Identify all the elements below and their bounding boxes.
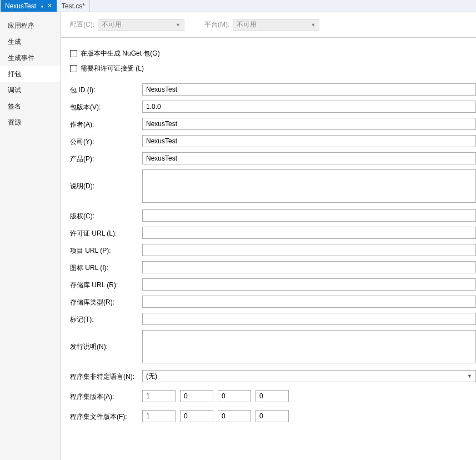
file-version-build[interactable] xyxy=(218,410,251,422)
sidebar-item-resources[interactable]: 资源 xyxy=(0,114,61,131)
pin-icon[interactable]: ⬥ xyxy=(41,3,44,9)
input-license-url[interactable] xyxy=(142,227,476,239)
checkbox-require-license-row: 需要和许可证接受 (L) xyxy=(70,64,476,73)
asm-version-major[interactable] xyxy=(142,390,176,402)
input-package-id[interactable] xyxy=(142,83,476,96)
chevron-down-icon: ▼ xyxy=(310,22,315,28)
label-file-version: 程序集文件版本(F): xyxy=(70,410,142,422)
tab-nexustest[interactable]: NexusTest ⬥ ✕ xyxy=(1,0,57,12)
input-product[interactable] xyxy=(142,152,476,164)
config-toolbar: 配置(C): 不可用 ▼ 平台(M): 不可用 ▼ xyxy=(61,12,476,38)
platform-label: 平台(M): xyxy=(204,20,229,29)
checkbox-label: 在版本中生成 NuGet 包(G) xyxy=(81,49,160,58)
input-tags[interactable] xyxy=(142,313,476,325)
project-properties-window: NexusTest ⬥ ✕ Test.cs* 应用程序 生成 生成事件 打包 调… xyxy=(0,0,476,460)
label-package-id: 包 ID (I): xyxy=(70,83,142,95)
label-product: 产品(P): xyxy=(70,152,142,164)
label-repo-url: 存储库 URL (R): xyxy=(70,278,142,290)
properties-sidebar: 应用程序 生成 生成事件 打包 调试 签名 资源 xyxy=(0,12,61,460)
label-neutral-lang: 程序集非特定语言(N): xyxy=(70,370,142,382)
sidebar-item-debug[interactable]: 调试 xyxy=(0,82,61,98)
sidebar-item-build[interactable]: 生成 xyxy=(0,34,61,50)
document-tabs: NexusTest ⬥ ✕ Test.cs* xyxy=(0,0,476,12)
input-package-version[interactable] xyxy=(142,101,476,113)
tab-label: Test.cs* xyxy=(62,2,85,10)
platform-combo: 不可用 ▼ xyxy=(233,19,319,31)
sidebar-item-application[interactable]: 应用程序 xyxy=(0,18,61,34)
input-repo-url[interactable] xyxy=(142,278,476,291)
label-package-version: 包版本(V): xyxy=(70,101,142,112)
sidebar-item-package[interactable]: 打包 xyxy=(0,66,61,82)
label-company: 公司(Y): xyxy=(70,135,142,147)
body: 应用程序 生成 生成事件 打包 调试 签名 资源 配置(C): 不可用 ▼ 平台… xyxy=(0,12,476,460)
combo-value: (无) xyxy=(146,372,157,381)
checkbox-generate-nuget-row: 在版本中生成 NuGet 包(G) xyxy=(70,49,476,58)
chevron-down-icon: ▼ xyxy=(467,373,472,379)
input-repo-type[interactable] xyxy=(142,296,476,308)
tab-label: NexusTest xyxy=(5,2,36,10)
label-release-notes: 发行说明(N): xyxy=(70,330,142,352)
label-license-url: 许可证 URL (L): xyxy=(70,227,142,238)
label-tags: 标记(T): xyxy=(70,313,142,324)
config-label: 配置(C): xyxy=(70,20,94,29)
input-project-url[interactable] xyxy=(142,244,476,256)
input-author[interactable] xyxy=(142,118,476,130)
file-version-minor[interactable] xyxy=(180,410,213,422)
file-version-major[interactable] xyxy=(142,410,176,422)
input-icon-url[interactable] xyxy=(142,261,476,273)
input-company[interactable] xyxy=(142,135,476,147)
chevron-down-icon: ▼ xyxy=(176,22,181,28)
package-form: 在版本中生成 NuGet 包(G) 需要和许可证接受 (L) 包 ID (I):… xyxy=(61,38,476,460)
input-description[interactable] xyxy=(142,169,476,203)
sidebar-item-signing[interactable]: 签名 xyxy=(0,98,61,114)
label-icon-url: 图标 URL (I): xyxy=(70,261,142,273)
input-copyright[interactable] xyxy=(142,209,476,222)
sidebar-item-build-events[interactable]: 生成事件 xyxy=(0,50,61,66)
label-asm-version: 程序集版本(A): xyxy=(70,390,142,402)
label-author: 作者(A): xyxy=(70,118,142,129)
file-version-rev[interactable] xyxy=(255,410,289,422)
main-panel: 配置(C): 不可用 ▼ 平台(M): 不可用 ▼ 在版本中生成 NuGet 包… xyxy=(61,12,476,460)
input-release-notes[interactable] xyxy=(142,330,476,363)
asm-version-minor[interactable] xyxy=(180,390,213,402)
label-copyright: 版权(C): xyxy=(70,209,142,221)
label-description: 说明(D): xyxy=(70,169,142,191)
label-repo-type: 存储库类型(R): xyxy=(70,296,142,307)
combo-neutral-lang[interactable]: (无) ▼ xyxy=(142,370,476,382)
checkbox-require-license[interactable] xyxy=(70,65,77,72)
asm-version-rev[interactable] xyxy=(255,390,289,402)
platform-value: 不可用 xyxy=(237,20,257,29)
config-combo: 不可用 ▼ xyxy=(98,19,184,31)
asm-version-build[interactable] xyxy=(218,390,251,402)
checkbox-label: 需要和许可证接受 (L) xyxy=(81,64,144,73)
close-icon[interactable]: ✕ xyxy=(47,2,52,9)
label-project-url: 项目 URL (P): xyxy=(70,244,142,256)
tab-test-cs[interactable]: Test.cs* xyxy=(57,0,90,12)
checkbox-generate-nuget[interactable] xyxy=(70,50,77,57)
config-value: 不可用 xyxy=(102,20,122,29)
